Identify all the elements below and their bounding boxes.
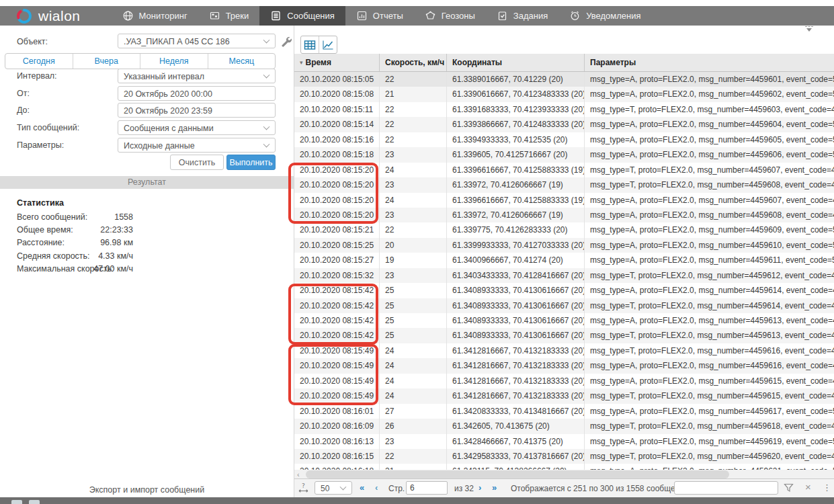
nav-item-reports[interactable]: Отчеты (345, 6, 414, 26)
quick-range-week[interactable]: Неделя (140, 54, 208, 69)
table-row[interactable]: 20.10.2020 08:15:492461.3412816667, 70.4… (294, 388, 834, 403)
taskbar-icon (11, 500, 22, 504)
chart-view-button[interactable] (319, 36, 337, 53)
clear-button[interactable]: Очистить (170, 155, 224, 170)
last-page-button[interactable]: » (492, 482, 497, 493)
parameters-cell: msg_type=A, proto=FLEX2.0, msg_number=44… (585, 87, 834, 101)
quick-range-today[interactable]: Сегодня (5, 54, 73, 69)
table-row[interactable]: 20.10.2020 08:15:422561.3408933333, 70.4… (294, 298, 834, 313)
table-row[interactable]: 20.10.2020 08:16:152261.3429583333, 70.4… (294, 449, 834, 464)
column-header-1[interactable]: Скорость, км/ч (380, 54, 447, 71)
table-row[interactable]: 20.10.2020 08:15:142261.3393866667, 70.4… (294, 117, 834, 132)
speed-cell: 26 (380, 419, 447, 433)
speed-cell: 23 (380, 147, 447, 162)
line-chart-icon (322, 40, 334, 50)
nav-item-messages[interactable]: Сообщения (259, 6, 345, 26)
table-view-button[interactable] (301, 36, 319, 53)
scrollbar-thumb[interactable] (306, 470, 729, 478)
filter-input[interactable] (674, 481, 778, 495)
parameters-cell: msg_type=T, proto=FLEX2.0, msg_number=44… (585, 388, 834, 403)
clipboard-check-icon (497, 10, 508, 22)
quick-range-yesterday[interactable]: Вчера (73, 54, 141, 69)
table-row[interactable]: 20.10.2020 08:16:132361.3428466667, 70.4… (294, 434, 834, 449)
speed-cell: 24 (380, 358, 447, 373)
table-row[interactable]: 20.10.2020 08:15:212261.339775, 70.41262… (294, 222, 834, 237)
table-row[interactable]: 20.10.2020 08:16:092661.342605, 70.41367… (294, 419, 834, 433)
execute-button[interactable]: Выполнить (226, 155, 276, 170)
table-row[interactable]: 20.10.2020 08:15:422561.3408933333, 70.4… (294, 313, 834, 328)
speed-cell: 25 (380, 313, 447, 328)
message-type-select[interactable]: Сообщения с данными (118, 120, 276, 135)
page-number-input[interactable] (406, 481, 448, 495)
table-row[interactable]: 20.10.2020 08:15:052261.3389016667, 70.4… (294, 72, 834, 87)
nav-item-jobs[interactable]: Задания (486, 6, 558, 26)
table-row[interactable]: 20.10.2020 08:15:202461.3396616667, 70.4… (294, 163, 834, 177)
coordinates-cell: 61.3412816667, 70.4132183333 (20) (447, 388, 585, 403)
from-label: От: (17, 89, 30, 98)
coordinates-cell: 61.339605, 70.4125716667 (20) (447, 147, 585, 162)
column-header-3[interactable]: Параметры (585, 54, 834, 71)
first-page-button[interactable]: « (360, 482, 364, 493)
nav-item-geofences[interactable]: Геозоны (414, 6, 486, 26)
parameters-select[interactable]: Исходные данные (118, 138, 276, 153)
table-row[interactable]: 20.10.2020 08:15:422561.3408933333, 70.4… (294, 283, 834, 298)
table-row[interactable]: 20.10.2020 08:15:322361.3403433333, 70.4… (294, 268, 834, 283)
table-row[interactable]: 20.10.2020 08:15:492461.3412816667, 70.4… (294, 343, 834, 358)
table-row[interactable]: 20.10.2020 08:15:202461.3396616667, 70.4… (294, 193, 834, 208)
page-size-value: 50 (321, 484, 329, 493)
table-row[interactable]: 20.10.2020 08:15:271961.3400966667, 70.4… (294, 253, 834, 267)
speed-cell: 20 (380, 238, 447, 253)
page-size-select[interactable]: 50 (315, 481, 352, 495)
speed-cell: 24 (380, 343, 447, 358)
parameters-cell: msg_type=A, proto=FLEX2.0, msg_number=44… (585, 434, 834, 449)
object-select[interactable]: .УАЗ_ПИКАП А 045 СС 186 (118, 34, 276, 48)
table-row[interactable]: 20.10.2020 08:15:252061.3399933333, 70.4… (294, 238, 834, 253)
measure-distance-icon[interactable]: ? (298, 482, 309, 496)
result-header: Результат (0, 176, 294, 189)
more-options-icon[interactable]: ⋮ (823, 482, 831, 493)
horizontal-scrollbar[interactable]: ‹ (294, 470, 834, 479)
column-header-2[interactable]: Координаты (447, 54, 585, 71)
table-row[interactable]: 20.10.2020 08:15:492461.3412816667, 70.4… (294, 358, 834, 373)
table-row[interactable]: 20.10.2020 08:15:422561.3408933333, 70.4… (294, 328, 834, 343)
clear-filter-icon[interactable]: × (805, 481, 811, 493)
time-cell: 20.10.2020 08:15:20 (294, 208, 380, 222)
previous-page-button[interactable]: ‹ (375, 482, 378, 493)
next-page-button[interactable]: › (478, 482, 481, 493)
column-header-0[interactable]: ▾Время (294, 54, 380, 71)
wrench-icon[interactable] (280, 36, 292, 48)
interval-select[interactable]: Указанный интервал (118, 69, 276, 83)
wialon-logo-icon (16, 8, 32, 24)
table-row[interactable]: 20.10.2020 08:16:012761.3420833333, 70.4… (294, 404, 834, 419)
scroll-left-icon[interactable]: ‹ (297, 470, 300, 479)
stat-value: 47.00 км/ч (17, 264, 133, 274)
from-input[interactable]: 20 Октябрь 2020 00:00 (118, 86, 276, 101)
nav-item-tracks[interactable]: Треки (198, 6, 260, 26)
table-row[interactable]: 20.10.2020 08:15:202361.33972, 70.412606… (294, 177, 834, 192)
to-input[interactable]: 20 Октябрь 2020 23:59 (118, 103, 276, 118)
export-import-link[interactable]: Экспорт и импорт сообщений (0, 485, 294, 495)
nav-item-label: Треки (226, 11, 249, 21)
table-row[interactable]: 20.10.2020 08:15:082161.3390616667, 70.4… (294, 87, 834, 101)
parameters-cell: msg_type=A, proto=FLEX2.0, msg_number=44… (585, 208, 834, 222)
nav-item-label: Геозоны (442, 11, 475, 21)
nav-item-label: Уведомления (586, 11, 640, 21)
chevron-down-icon (263, 37, 270, 44)
table-row[interactable]: 20.10.2020 08:15:202361.33972, 70.412606… (294, 208, 834, 222)
bottom-strip (0, 497, 834, 504)
parameters-cell: msg_type=A, proto=FLEX2.0, msg_number=44… (585, 72, 834, 87)
time-cell: 20.10.2020 08:15:49 (294, 343, 380, 358)
nav-item-monitoring[interactable]: Мониторинг (112, 6, 198, 26)
quick-range-month[interactable]: Месяц (208, 54, 276, 69)
stat-row: Максимальная скорость:47.00 км/ч (17, 264, 175, 276)
table-row[interactable]: 20.10.2020 08:15:162261.3394933333, 70.4… (294, 132, 834, 147)
table-row[interactable]: 20.10.2020 08:15:492461.3412816667, 70.4… (294, 374, 834, 388)
table-row[interactable]: 20.10.2020 08:15:182361.339605, 70.41257… (294, 147, 834, 162)
object-label: Объект: (17, 37, 48, 46)
filter-funnel-icon[interactable] (784, 483, 794, 495)
coordinates-cell: 61.3399933333, 70.4127033333 (20) (447, 238, 585, 253)
flag-icon (209, 10, 220, 22)
collapse-panel-button[interactable] (804, 26, 814, 32)
nav-item-notifications[interactable]: Уведомления (558, 6, 651, 26)
table-row[interactable]: 20.10.2020 08:15:112261.3391683333, 70.4… (294, 102, 834, 117)
